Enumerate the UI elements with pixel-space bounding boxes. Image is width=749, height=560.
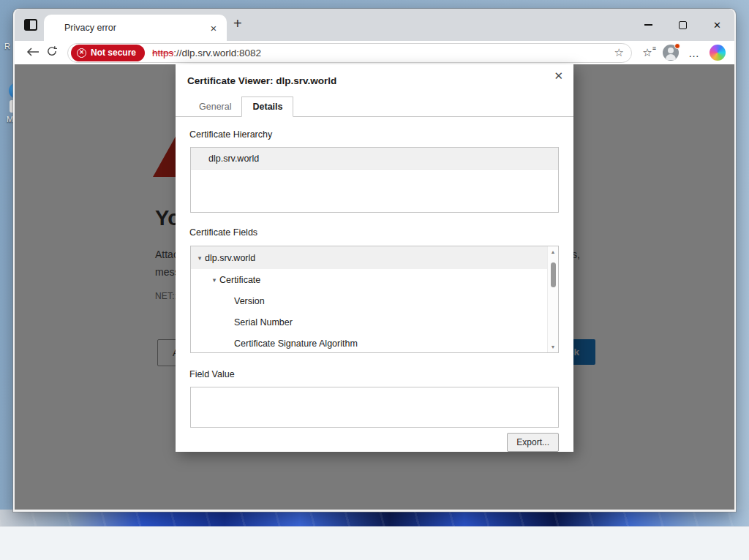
- address-bar[interactable]: ✕ Not secure https://dlp.srv.world:8082 …: [67, 43, 632, 63]
- tree-item[interactable]: Serial Number: [191, 311, 558, 333]
- caret-down-icon[interactable]: ▾: [195, 254, 205, 262]
- certificate-fields-box: ▾dlp.srv.world▾CertificateVersionSerial …: [190, 246, 559, 353]
- url-text[interactable]: https://dlp.srv.world:8082: [152, 48, 261, 58]
- window-minimize-button[interactable]: [644, 24, 652, 26]
- taskbar: ◀ ENG JA: [0, 526, 749, 560]
- wallpaper-bloom: [0, 510, 749, 527]
- window-controls: ✕: [644, 9, 734, 41]
- browser-toolbar: ✕ Not secure https://dlp.srv.world:8082 …: [15, 41, 734, 64]
- hierarchy-item[interactable]: dlp.srv.world: [191, 148, 558, 170]
- settings-menu-icon[interactable]: …: [685, 47, 704, 59]
- url-scheme: https: [152, 48, 173, 58]
- hub-lines-glyph: ≡: [652, 45, 656, 52]
- field-value-label: Field Value: [189, 369, 235, 379]
- desktop-icon-label-r[interactable]: R: [4, 42, 10, 50]
- avatar-head: [668, 48, 674, 53]
- tree-item[interactable]: Certificate Signature Algorithm: [191, 333, 558, 353]
- not-secure-label: Not secure: [91, 48, 136, 58]
- browser-tab[interactable]: Privacy error ×: [44, 15, 227, 41]
- tree-item[interactable]: Version: [191, 290, 558, 311]
- dialog-tabs: General Details: [176, 97, 573, 117]
- scroll-up-icon[interactable]: ▲: [548, 249, 558, 254]
- tab-strip: Privacy error × + ✕: [15, 9, 734, 41]
- certificate-hierarchy-box: dlp.srv.world: [190, 147, 559, 213]
- favorite-star-icon[interactable]: ☆: [614, 46, 624, 59]
- window-close-button[interactable]: ✕: [713, 20, 721, 30]
- back-button[interactable]: [23, 46, 42, 59]
- fields-scrollbar[interactable]: ▲ ▼: [547, 246, 558, 352]
- tree-item[interactable]: ▾Certificate: [191, 269, 558, 290]
- tab-general[interactable]: General: [189, 97, 241, 116]
- tab-close-icon[interactable]: ×: [206, 22, 221, 34]
- not-secure-icon: ✕: [77, 48, 86, 58]
- certificate-fields-tree: ▾dlp.srv.world▾CertificateVersionSerial …: [191, 246, 558, 353]
- refresh-icon: [46, 45, 58, 57]
- url-rest: ://dlp.srv.world:8082: [173, 48, 261, 58]
- desktop-icon-label-m: M: [7, 115, 13, 124]
- tree-item-label: Serial Number: [234, 317, 293, 328]
- tree-item-label: Certificate: [219, 275, 260, 285]
- scrollbar-thumb[interactable]: [551, 262, 556, 287]
- new-tab-button[interactable]: +: [233, 15, 242, 32]
- hub-star-glyph: ☆: [642, 46, 652, 58]
- tab-actions-icon[interactable]: [24, 19, 37, 31]
- certificate-fields-label: Certificate Fields: [189, 227, 257, 238]
- certificate-viewer-dialog: ✕ Certificate Viewer: dlp.srv.world Gene…: [176, 64, 573, 452]
- tree-item-label: Version: [234, 296, 265, 306]
- copilot-icon[interactable]: [710, 45, 726, 61]
- back-arrow-icon: [26, 48, 39, 56]
- caret-down-icon[interactable]: ▾: [209, 276, 219, 284]
- scroll-down-icon[interactable]: ▼: [548, 344, 558, 349]
- window-maximize-button[interactable]: [679, 21, 687, 29]
- notification-dot: [674, 43, 680, 49]
- tree-item-label: dlp.srv.world: [205, 253, 255, 263]
- not-secure-badge[interactable]: ✕ Not secure: [71, 45, 145, 61]
- certificate-hierarchy-label: Certificate Hierarchy: [189, 129, 272, 140]
- favorites-hub-icon[interactable]: ☆≡: [638, 46, 657, 59]
- avatar-body: [666, 54, 676, 60]
- refresh-button[interactable]: [42, 45, 61, 60]
- tree-item[interactable]: ▾dlp.srv.world: [191, 246, 558, 269]
- profile-avatar[interactable]: [663, 45, 679, 61]
- tab-title: Privacy error: [64, 23, 206, 33]
- export-button[interactable]: Export...: [507, 433, 559, 452]
- tree-item-label: Certificate Signature Algorithm: [234, 338, 358, 349]
- dialog-title: Certificate Viewer: dlp.srv.world: [187, 75, 336, 86]
- field-value-box: [190, 387, 559, 428]
- tab-details[interactable]: Details: [241, 97, 293, 117]
- dialog-close-icon[interactable]: ✕: [551, 68, 566, 84]
